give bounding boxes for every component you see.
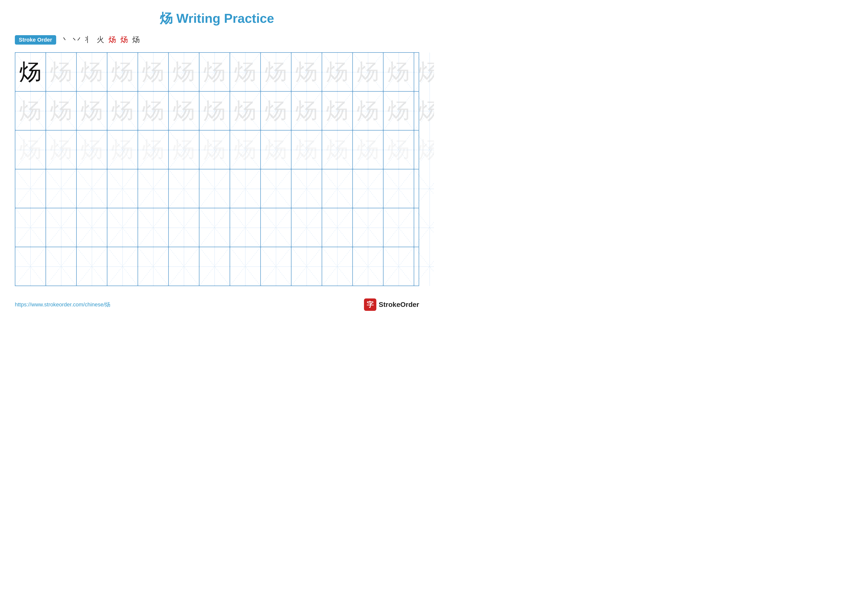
logo-text: StrokeOrder	[379, 301, 419, 309]
grid-cell	[16, 169, 46, 208]
practice-char: 炀	[50, 100, 72, 122]
svg-line-133	[322, 208, 352, 247]
grid-cell: 炀	[261, 92, 291, 130]
svg-line-137	[383, 208, 414, 247]
grid-cell: 炀	[200, 131, 230, 169]
grid-cell: 炀	[291, 131, 322, 169]
grid-cell: 炀	[322, 131, 353, 169]
practice-char: 炀	[142, 139, 164, 161]
practice-grid: 炀炀炀炀炀炀炀炀炀炀炀炀炀炀炀炀炀炀炀炀炀炀炀炀炀炀炀炀炀炀炀炀炀炀炀炀炀炀炀炀…	[15, 52, 419, 286]
grid-cell: 炀	[353, 131, 383, 169]
grid-cell: 炀	[169, 131, 200, 169]
footer: https://www.strokeorder.com/chinese/炀 字 …	[0, 291, 434, 318]
grid-row: 炀炀炀炀炀炀炀炀炀炀炀炀炀炀	[16, 131, 418, 169]
practice-char: 炀	[50, 139, 72, 161]
svg-line-119	[107, 208, 138, 247]
svg-line-161	[322, 247, 352, 286]
grid-cell: 炀	[291, 53, 322, 91]
svg-line-89	[77, 169, 107, 208]
practice-char: 炀	[173, 139, 195, 161]
grid-cell: 炀	[46, 131, 77, 169]
grid-row	[16, 247, 418, 286]
grid-cell: 炀	[138, 131, 169, 169]
practice-char: 炀	[295, 100, 318, 122]
svg-line-125	[200, 208, 229, 247]
practice-char: 炀	[81, 139, 103, 161]
svg-line-131	[291, 208, 322, 247]
svg-line-121	[138, 208, 168, 247]
grid-cell: 炀	[353, 53, 383, 91]
practice-char: 炀	[81, 61, 103, 83]
svg-line-111	[414, 169, 434, 208]
grid-row: 炀炀炀炀炀炀炀炀炀炀炀炀炀炀	[16, 92, 418, 131]
practice-char: 炀	[295, 139, 318, 161]
svg-line-129	[261, 208, 291, 247]
grid-cell	[353, 247, 383, 286]
grid-cell: 炀	[261, 53, 291, 91]
grid-cell	[46, 169, 77, 208]
grid-cell	[414, 169, 434, 208]
svg-line-103	[291, 169, 322, 208]
practice-char: 炀	[388, 61, 410, 83]
grid-cell	[107, 208, 138, 247]
footer-url[interactable]: https://www.strokeorder.com/chinese/炀	[15, 301, 110, 308]
grid-cell: 炀	[230, 131, 261, 169]
svg-line-139	[414, 208, 434, 247]
practice-char: 炀	[265, 100, 287, 122]
practice-char: 炀	[234, 61, 256, 83]
grid-cell	[169, 247, 200, 286]
grid-cell: 炀	[414, 92, 434, 130]
grid-cell: 炀	[16, 131, 46, 169]
grid-cell: 炀	[353, 92, 383, 130]
grid-cell	[16, 247, 46, 286]
practice-char: 炀	[112, 139, 133, 161]
grid-cell	[383, 247, 414, 286]
grid-cell	[230, 208, 261, 247]
practice-char: 炀	[19, 61, 42, 83]
svg-line-135	[353, 208, 383, 247]
practice-char: 炀	[234, 139, 256, 161]
grid-cell	[107, 247, 138, 286]
stroke-step-3: 丬	[85, 35, 92, 45]
practice-char: 炀	[326, 139, 349, 161]
practice-char: 炀	[112, 61, 133, 83]
svg-line-110	[414, 169, 434, 208]
practice-char: 炀	[50, 61, 72, 83]
grid-cell	[291, 208, 322, 247]
practice-char: 炀	[203, 100, 226, 122]
svg-line-123	[169, 208, 199, 247]
grid-cell	[414, 247, 434, 286]
svg-line-138	[414, 208, 434, 247]
svg-line-149	[138, 247, 168, 286]
grid-cell: 炀	[291, 92, 322, 130]
grid-cell	[200, 247, 230, 286]
grid-cell	[414, 208, 434, 247]
svg-line-157	[261, 247, 291, 286]
grid-cell: 炀	[46, 92, 77, 130]
grid-cell	[322, 208, 353, 247]
stroke-steps: 丶 丷 丬 火 炀 炀 炀	[61, 35, 140, 45]
svg-line-147	[107, 247, 138, 286]
svg-line-155	[230, 247, 260, 286]
grid-cell	[353, 208, 383, 247]
stroke-step-5: 炀	[108, 35, 116, 45]
stroke-order-badge: Stroke Order	[15, 35, 56, 45]
grid-cell: 炀	[230, 92, 261, 130]
grid-cell	[77, 208, 107, 247]
grid-cell	[230, 247, 261, 286]
grid-cell	[261, 247, 291, 286]
logo-icon: 字	[364, 298, 377, 311]
grid-cell: 炀	[107, 53, 138, 91]
practice-char: 炀	[81, 100, 103, 122]
grid-cell	[291, 169, 322, 208]
grid-cell: 炀	[107, 92, 138, 130]
practice-char: 炀	[295, 61, 318, 83]
svg-line-97	[200, 169, 229, 208]
svg-line-105	[322, 169, 352, 208]
grid-cell: 炀	[77, 53, 107, 91]
svg-line-166	[414, 247, 434, 286]
practice-char: 炀	[19, 100, 42, 122]
stroke-step-1: 丶	[61, 35, 68, 45]
grid-cell	[138, 169, 169, 208]
grid-cell	[322, 169, 353, 208]
